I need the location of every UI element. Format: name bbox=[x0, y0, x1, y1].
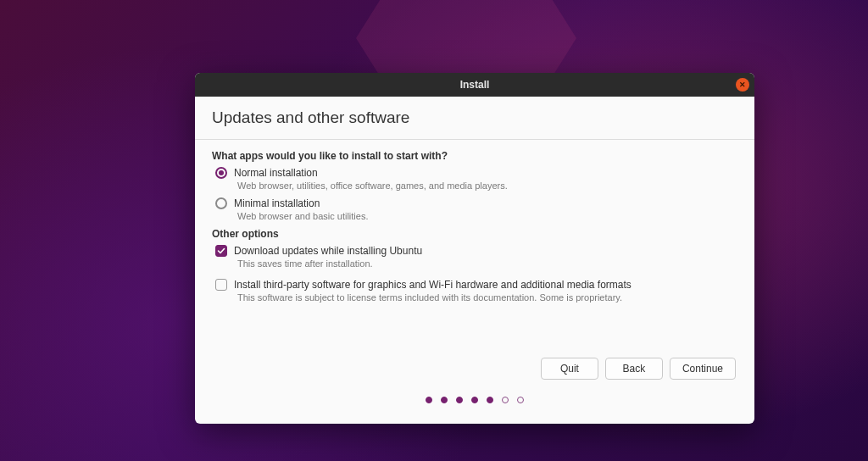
progress-dot bbox=[487, 397, 493, 403]
third-party-label: Install third-party software for graphic… bbox=[234, 279, 632, 291]
installer-window: Install ✕ Updates and other software Wha… bbox=[195, 73, 754, 424]
progress-dot bbox=[517, 397, 524, 403]
quit-button[interactable]: Quit bbox=[541, 358, 598, 380]
normal-install-label: Normal installation bbox=[234, 167, 318, 179]
radio-selected-icon bbox=[215, 167, 227, 179]
minimal-install-label: Minimal installation bbox=[234, 197, 320, 209]
download-updates-desc: This saves time after installation. bbox=[237, 258, 737, 269]
checkbox-checked-icon bbox=[215, 245, 227, 257]
close-button[interactable]: ✕ bbox=[736, 78, 749, 92]
titlebar: Install ✕ bbox=[195, 73, 754, 97]
content-area: Updates and other software What apps wou… bbox=[195, 97, 754, 424]
third-party-option[interactable]: Install third-party software for graphic… bbox=[215, 279, 737, 291]
page-title: Updates and other software bbox=[212, 108, 737, 127]
progress-dot bbox=[502, 397, 509, 403]
close-icon: ✕ bbox=[739, 81, 746, 89]
minimal-install-option[interactable]: Minimal installation bbox=[215, 197, 737, 209]
radio-unselected-icon bbox=[215, 197, 227, 209]
third-party-desc: This software is subject to license term… bbox=[237, 292, 737, 303]
back-button[interactable]: Back bbox=[605, 358, 663, 380]
checkbox-unchecked-icon bbox=[215, 279, 227, 291]
progress-dot bbox=[471, 397, 478, 403]
progress-indicator bbox=[212, 383, 737, 415]
other-options-heading: Other options bbox=[212, 228, 737, 240]
continue-button[interactable]: Continue bbox=[670, 358, 736, 380]
normal-install-desc: Web browser, utilities, office software,… bbox=[237, 181, 737, 191]
progress-dot bbox=[441, 397, 448, 403]
progress-dot bbox=[456, 397, 463, 403]
minimal-install-desc: Web browser and basic utilities. bbox=[237, 211, 737, 221]
apps-question: What apps would you like to install to s… bbox=[212, 150, 737, 162]
download-updates-option[interactable]: Download updates while installing Ubuntu bbox=[215, 245, 737, 257]
download-updates-label: Download updates while installing Ubuntu bbox=[234, 245, 422, 257]
progress-dot bbox=[426, 397, 432, 403]
window-title: Install bbox=[460, 79, 490, 91]
footer-buttons: Quit Back Continue bbox=[212, 358, 737, 383]
divider bbox=[195, 139, 754, 140]
normal-install-option[interactable]: Normal installation bbox=[215, 167, 737, 179]
